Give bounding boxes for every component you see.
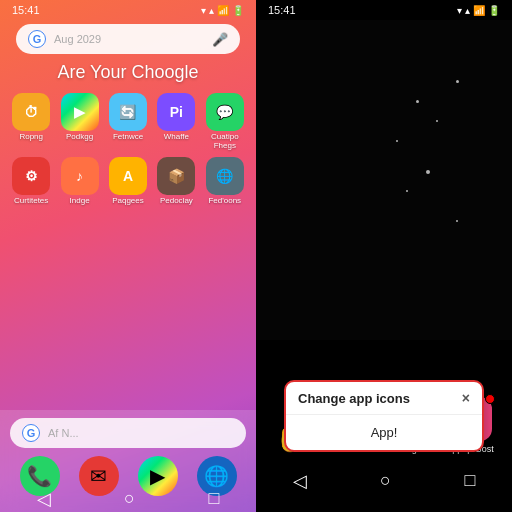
- app-icon-img-9: 🌐: [206, 157, 244, 195]
- app-icon-img-6: ♪: [61, 157, 99, 195]
- app-label-9: Fed'oons: [208, 197, 241, 206]
- left-time: 15:41: [12, 4, 40, 16]
- dock-placeholder: Af N...: [48, 427, 234, 439]
- app-icon-img-8: 📦: [157, 157, 195, 195]
- left-status-icons: ▾ ▴ 📶 🔋: [201, 5, 244, 16]
- widget-title: Are Your Choogle: [0, 62, 256, 83]
- popup-menu-item[interactable]: App!: [286, 415, 482, 450]
- app-icon-4[interactable]: 💬 Cuatipo Fhegs: [204, 93, 246, 151]
- popup-header: Change app icons ×: [286, 382, 482, 415]
- google-logo: G: [28, 30, 46, 48]
- search-placeholder: Aug 2029: [54, 33, 204, 45]
- app-label-0: Ropng: [19, 133, 43, 142]
- app-icon-img-2: 🔄: [109, 93, 147, 131]
- app-icon-img-1: ▶: [61, 93, 99, 131]
- recents-icon[interactable]: □: [208, 488, 219, 510]
- app-label-4: Cuatipo Fhegs: [204, 133, 246, 151]
- app-icon-6[interactable]: ♪ Indge: [58, 157, 100, 206]
- popup-box: Change app icons × App!: [284, 380, 484, 452]
- app-icon-img-3: Pi: [157, 93, 195, 131]
- right-status-bar: 15:41 ▾ ▴ 📶 🔋: [256, 0, 512, 20]
- left-nav-bar: ◁ ○ □: [0, 484, 256, 512]
- app-label-2: Fetnwce: [113, 133, 143, 142]
- sparkles-container: [256, 20, 512, 340]
- app-icon-9[interactable]: 🌐 Fed'oons: [204, 157, 246, 206]
- right-back-icon[interactable]: ◁: [293, 470, 307, 492]
- sparkle-6: [456, 220, 458, 222]
- sparkle-3: [426, 170, 430, 174]
- app-icon-img-0: ⏱: [12, 93, 50, 131]
- app-icon-img-7: A: [109, 157, 147, 195]
- sparkle-5: [456, 80, 459, 83]
- app-label-8: Pedoclay: [160, 197, 193, 206]
- sparkle-1: [396, 140, 398, 142]
- app-icon-5[interactable]: ⚙ Curtitetes: [10, 157, 52, 206]
- sparkle-0: [416, 100, 419, 103]
- right-home-icon[interactable]: ○: [380, 470, 391, 492]
- app-icon-2[interactable]: 🔄 Fetnwce: [107, 93, 149, 151]
- right-status-icons: ▾ ▴ 📶 🔋: [457, 5, 500, 16]
- popup-overlay: Change app icons × App!: [256, 380, 512, 452]
- app-label-5: Curtitetes: [14, 197, 48, 206]
- app-icon-8[interactable]: 📦 Pedoclay: [155, 157, 197, 206]
- app-label-3: Whaffe: [164, 133, 189, 142]
- home-icon[interactable]: ○: [124, 488, 135, 510]
- app-icon-1[interactable]: ▶ Podkgg: [58, 93, 100, 151]
- back-icon[interactable]: ◁: [37, 488, 51, 510]
- app-icon-img-5: ⚙: [12, 157, 50, 195]
- dock-search-bar[interactable]: G Af N...: [10, 418, 246, 448]
- app-label-7: Paqgees: [112, 197, 144, 206]
- right-time: 15:41: [268, 4, 296, 16]
- left-status-bar: 15:41 ▾ ▴ 📶 🔋: [0, 0, 256, 20]
- app-icon-img-4: 💬: [206, 93, 244, 131]
- popup-title: Change app icons: [298, 391, 410, 406]
- app-icon-0[interactable]: ⏱ Ropng: [10, 93, 52, 151]
- app-icon-3[interactable]: Pi Whaffe: [155, 93, 197, 151]
- popup-close-button[interactable]: ×: [462, 390, 470, 406]
- mic-icon: 🎤: [212, 32, 228, 47]
- dock-google-logo: G: [22, 424, 40, 442]
- dark-background: [256, 20, 512, 340]
- left-dock: G Af N... 📞✉▶🌐 ◁ ○ □: [0, 410, 256, 512]
- app-label-6: Indge: [70, 197, 90, 206]
- right-phone: 15:41 ▾ ▴ 📶 🔋 ✋ 👥 Ciovell ▶ Vienge ⚙ App…: [256, 0, 512, 512]
- left-phone: 15:41 ▾ ▴ 📶 🔋 G Aug 2029 🎤 Are Your Choo…: [0, 0, 256, 512]
- app-grid: ⏱ Ropng ▶ Podkgg 🔄 Fetnwce Pi Whaffe 💬 C…: [0, 93, 256, 205]
- app-icon-7[interactable]: A Paqgees: [107, 157, 149, 206]
- sparkle-2: [436, 120, 438, 122]
- top-search-bar[interactable]: G Aug 2029 🎤: [16, 24, 240, 54]
- right-recents-icon[interactable]: □: [464, 470, 475, 492]
- sparkle-4: [406, 190, 408, 192]
- right-nav-bar: ◁ ○ □: [256, 462, 512, 496]
- app-label-1: Podkgg: [66, 133, 93, 142]
